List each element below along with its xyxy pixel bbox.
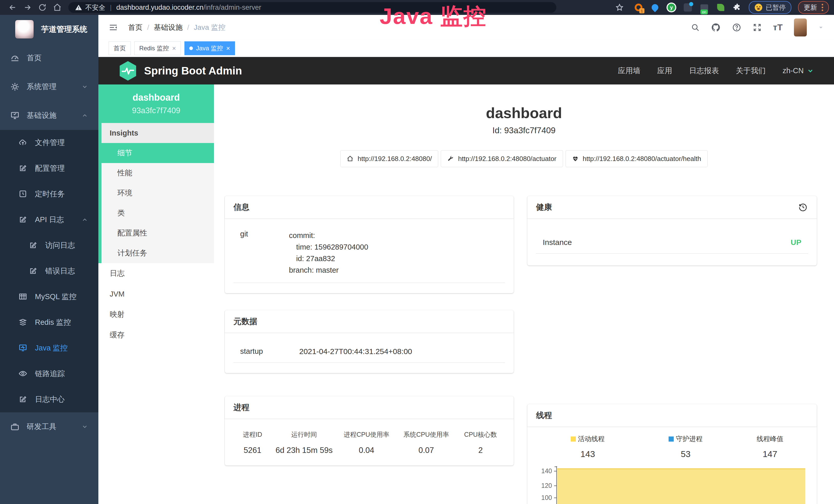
divider — [536, 253, 808, 254]
instance-links: http://192.168.0.2:48080/ http://192.168… — [214, 150, 834, 167]
sidebar-item-file-mgmt[interactable]: 文件管理 — [0, 130, 98, 156]
sidebar-item-dev-tools[interactable]: 研发工具 — [0, 412, 98, 441]
extension-grid-icon[interactable] — [683, 3, 693, 12]
sba-brand[interactable]: Spring Boot Admin — [118, 61, 242, 81]
legend-peak-threads: 线程峰值 — [757, 434, 784, 443]
y-tick-120: 120 — [541, 482, 552, 489]
github-icon[interactable] — [711, 23, 721, 32]
sba-nav-journal[interactable]: 日志报表 — [689, 66, 719, 76]
sidebar-item-mysql-monitor[interactable]: MySQL 监控 — [0, 284, 98, 310]
metadata-panel: 元数据 startup 2021-04-27T00:44:31.254+08:0… — [225, 310, 514, 373]
sba-item-classes[interactable]: 类 — [102, 203, 214, 223]
sba-nav-about[interactable]: 关于我们 — [736, 66, 766, 76]
system-cpu: 0.07 — [396, 445, 456, 455]
sidebar-item-access-log[interactable]: 访问日志 — [0, 233, 98, 258]
breadcrumb-home[interactable]: 首页 — [128, 23, 142, 32]
legend-daemon-threads[interactable]: 守护进程 — [668, 434, 702, 443]
sidebar-item-tracing[interactable]: 链路追踪 — [0, 361, 98, 387]
update-label: 更新 — [804, 3, 817, 12]
hamburger-icon[interactable] — [109, 23, 118, 32]
app-logo-row[interactable]: 芋道管理系统 — [0, 15, 98, 44]
tab-home[interactable]: 首页 — [109, 41, 131, 55]
actuator-url-button[interactable]: http://192.168.0.2:48080/actuator — [441, 150, 563, 167]
close-icon[interactable]: × — [172, 44, 176, 52]
gear-icon — [10, 82, 20, 91]
profile-paused-chip[interactable]: 已暂停 — [749, 1, 791, 14]
sidebar-item-scheduled-jobs[interactable]: 定时任务 — [0, 181, 98, 207]
sba-item-mappings[interactable]: 映射 — [98, 304, 214, 325]
sba-item-logs[interactable]: 日志 — [98, 263, 214, 284]
emoji-face-icon — [754, 3, 763, 12]
cloud-upload-icon — [19, 138, 28, 147]
briefcase-icon — [10, 422, 20, 431]
breadcrumb: 首页 / 基础设施 / Java 监控 — [128, 23, 225, 32]
annotation-java-monitor: Java 监控 — [380, 1, 487, 31]
sba-item-details[interactable]: 细节 — [102, 143, 214, 163]
sba-item-caches[interactable]: 缓存 — [98, 325, 214, 345]
sidebar-item-java-monitor[interactable]: Java 监控 — [0, 335, 98, 361]
browser-home-icon[interactable] — [50, 2, 65, 13]
sidebar-item-log-center[interactable]: 日志中心 — [0, 387, 98, 412]
browser-update-button[interactable]: 更新 — [798, 1, 829, 14]
sidebar-item-api-log[interactable]: API 日志 — [0, 207, 98, 233]
health-url-button[interactable]: http://192.168.0.2:48080/actuator/health — [566, 150, 708, 167]
sidebar-item-system[interactable]: 系统管理 — [0, 72, 98, 101]
breadcrumb-infra[interactable]: 基础设施 — [154, 23, 183, 32]
threads-panel-title: 线程 — [527, 404, 817, 427]
browser-forward-icon[interactable] — [20, 2, 35, 13]
bookmark-star-icon[interactable] — [612, 2, 627, 13]
help-icon[interactable] — [732, 23, 741, 32]
caret-down-icon[interactable] — [818, 25, 824, 30]
edit-icon — [19, 395, 28, 404]
browser-reload-icon[interactable] — [35, 2, 50, 13]
sba-item-jvm[interactable]: JVM — [98, 284, 214, 304]
col-header: 系统CPU使用率 — [396, 430, 456, 445]
app-sidebar: 芋道管理系统 首页 系统管理 基础设施 文件管理 配置管理 定时任务 API 日… — [0, 15, 98, 504]
extension-on-badge-icon[interactable]: on — [699, 3, 709, 12]
sba-item-metrics[interactable]: 性能 — [102, 163, 214, 183]
extension-leaf-icon[interactable] — [716, 3, 726, 12]
fullscreen-icon[interactable] — [752, 23, 762, 32]
close-icon[interactable]: × — [226, 44, 230, 52]
legend-swatch-blue — [668, 436, 674, 442]
sba-sidebar: dashboard 93a3fc7f7409 Insights 细节 性能 环境… — [98, 85, 214, 504]
search-icon[interactable] — [691, 23, 700, 32]
browser-menu-icon[interactable] — [822, 4, 823, 11]
sba-item-environment[interactable]: 环境 — [102, 183, 214, 203]
sidebar-item-error-log[interactable]: 错误日志 — [0, 258, 98, 284]
page-id-label: Id: 93a3fc7f7409 — [214, 125, 834, 135]
active-tab-dot — [189, 46, 193, 50]
sba-nav-wallboard[interactable]: 应用墙 — [618, 66, 640, 76]
redis-stack-icon — [19, 318, 28, 327]
url-host: dashboard.yudao.iocoder.cn — [116, 4, 203, 12]
chevron-down-icon — [807, 67, 814, 74]
instance-header[interactable]: dashboard 93a3fc7f7409 — [98, 85, 214, 123]
process-cpu: 0.04 — [337, 445, 397, 455]
locale-selector[interactable]: zh-CN — [783, 67, 814, 75]
service-url-button[interactable]: http://192.168.0.2:48080/ — [340, 150, 438, 167]
eye-icon — [19, 369, 28, 379]
tab-java-monitor[interactable]: Java 监控 × — [184, 41, 235, 55]
browser-back-icon[interactable] — [5, 2, 20, 13]
table-grid-icon — [19, 292, 28, 301]
extension-pin-icon[interactable] — [650, 3, 660, 12]
user-avatar[interactable] — [794, 19, 807, 37]
sidebar-item-config-mgmt[interactable]: 配置管理 — [0, 156, 98, 181]
tags-view-bar: 首页 Redis 监控 × Java 监控 × — [98, 40, 834, 57]
sba-item-config-props[interactable]: 配置属性 — [102, 223, 214, 243]
edit-icon — [29, 241, 38, 250]
extensions-puzzle-icon[interactable] — [732, 3, 742, 12]
sidebar-item-redis-monitor[interactable]: Redis 监控 — [0, 310, 98, 335]
tab-redis-monitor[interactable]: Redis 监控 × — [134, 41, 181, 55]
sba-nav-applications[interactable]: 应用 — [657, 66, 672, 76]
extension-green-y-icon[interactable]: y — [666, 3, 676, 12]
legend-live-threads[interactable]: 活动线程 — [571, 434, 605, 443]
extension-orange-icon[interactable]: 1 — [634, 3, 643, 12]
peak-threads-value: 147 — [732, 449, 808, 459]
sba-item-scheduled-tasks[interactable]: 计划任务 — [102, 243, 214, 263]
history-icon[interactable] — [798, 202, 808, 212]
font-size-icon[interactable]: ᴛT — [773, 22, 783, 32]
sidebar-item-home[interactable]: 首页 — [0, 44, 98, 72]
threads-chart: 140 120 100 — [536, 466, 808, 504]
sidebar-item-infra[interactable]: 基础设施 — [0, 101, 98, 130]
